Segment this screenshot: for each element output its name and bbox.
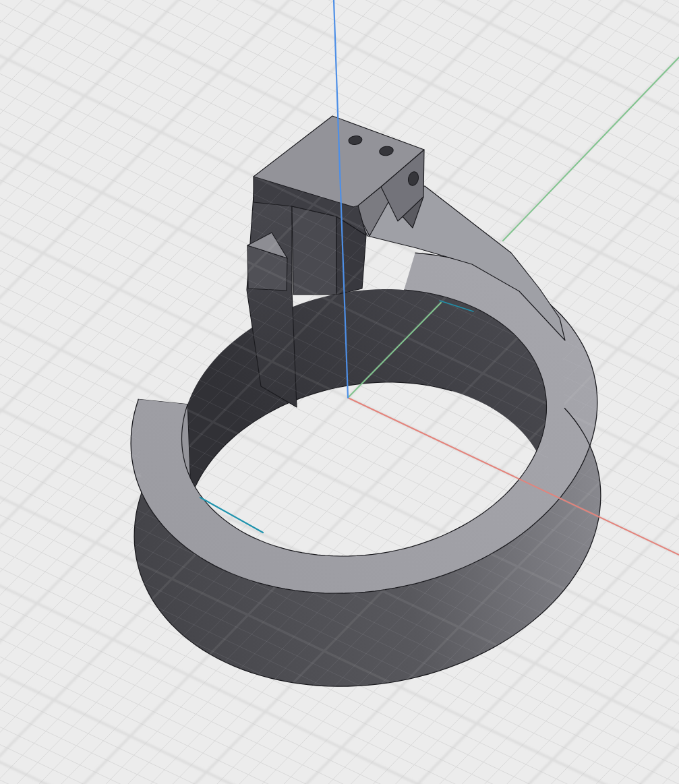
scene-svg[interactable] xyxy=(0,0,679,784)
cad-viewport[interactable] xyxy=(0,0,679,784)
